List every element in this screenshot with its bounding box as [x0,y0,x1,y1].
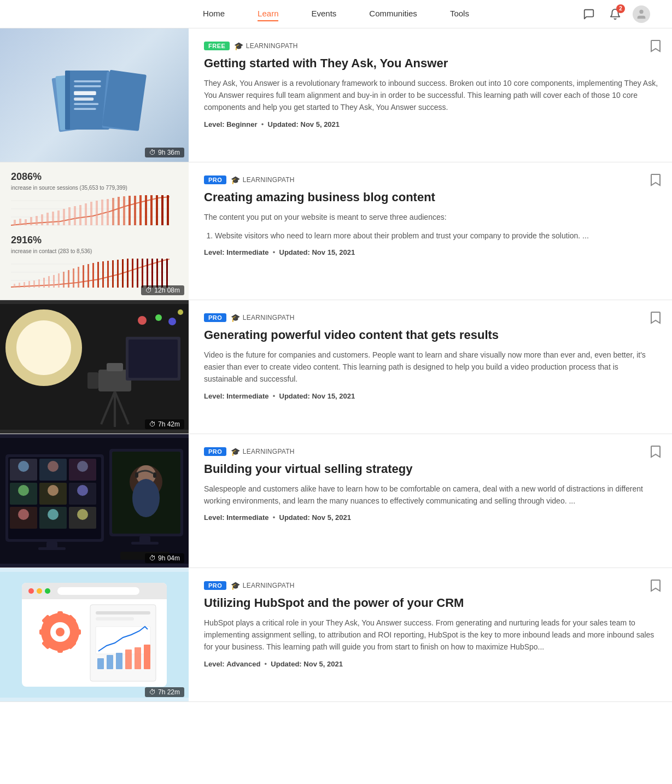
card-2-title[interactable]: Creating amazing business blog content [204,190,659,206]
svg-rect-21 [36,216,38,225]
svg-point-96 [178,309,183,315]
hubspot-svg [0,572,189,698]
card-5-level-value: Advanced [226,660,260,668]
card-5-level-label: Level: [204,660,225,668]
svg-rect-157 [135,647,141,669]
svg-point-110 [48,461,59,472]
card-4-bookmark[interactable] [650,445,661,461]
svg-rect-79 [161,259,163,288]
notification-icon-button[interactable]: 2 [606,5,624,23]
card-2-bullet-1: Website visitors who need to learn more … [215,230,659,242]
svg-rect-51 [24,282,25,288]
svg-rect-63 [83,265,84,288]
card-3-title[interactable]: Generating powerful video content that g… [204,327,659,343]
svg-rect-65 [92,263,94,288]
svg-point-136 [45,588,50,594]
svg-rect-43 [156,195,158,225]
card-2-description: The content you put on your website is m… [204,211,659,223]
card-2-level-label: Level: [204,248,225,256]
card-1-title[interactable]: Getting started with They Ask, You Answe… [204,56,659,72]
svg-rect-20 [30,217,32,225]
svg-point-134 [28,588,34,594]
svg-point-116 [48,509,59,520]
svg-rect-42 [150,195,153,225]
card-1-bookmark[interactable] [650,39,661,55]
svg-rect-58 [58,273,60,288]
card-2-duration: ⏱ 12h 08m [141,285,184,295]
svg-rect-9 [74,103,98,105]
card-5-bookmark[interactable] [650,579,661,595]
card-3-updated-label: Updated: [279,392,310,400]
card-3-badges: PRO 🎓 LEARNINGPATH [204,313,659,322]
card-4-updated-label: Updated: [279,513,310,522]
card-5-title[interactable]: Utilizing HubSpot and the power of your … [204,595,659,611]
card-4-title[interactable]: Building your virtual selling strategy [204,461,659,477]
card-1-level-value: Beginner [226,120,257,128]
svg-rect-27 [68,207,71,225]
svg-point-135 [37,588,42,594]
svg-rect-140 [57,644,63,653]
svg-rect-60 [68,270,69,288]
card-2-updated-value: Nov 15, 2021 [312,248,355,256]
card-5-updated-value: Nov 5, 2021 [303,660,343,668]
card-5-content: PRO 🎓 LEARNINGPATH Utilizing HubSpot and… [189,568,672,701]
svg-rect-36 [118,197,120,225]
svg-point-114 [77,485,88,496]
learningpath-badge-1: 🎓 LEARNINGPATH [234,42,297,50]
card-3-meta: Level: Intermediate • Updated: Nov 15, 2… [204,392,659,400]
svg-rect-6 [74,85,101,87]
pro-badge-2: PRO [204,175,226,184]
video-studio-svg [0,304,189,430]
nav-events[interactable]: Events [311,7,336,21]
svg-rect-156 [125,650,132,669]
chart-top-sub: increase in source sessions (35,653 to 7… [11,185,178,191]
card-1-duration: ⏱ 9h 36m [145,148,184,157]
chart-bot-svg [11,259,170,289]
nav-links: Home Learn Events Communities Tools [203,7,469,21]
nav-communities[interactable]: Communities [369,7,417,21]
nav-learn[interactable]: Learn [258,7,278,21]
svg-rect-33 [101,200,103,225]
learningpath-icon-2: 🎓 [231,175,240,184]
card-1-image: ⏱ 9h 36m [0,28,189,162]
nav-tools[interactable]: Tools [450,7,469,21]
card-5-meta: Level: Advanced • Updated: Nov 5, 2021 [204,660,659,668]
svg-rect-5 [74,80,101,83]
chart-bot-section: 2916% increase in contact (283 to 8,536) [11,235,178,291]
svg-rect-22 [41,214,43,225]
svg-rect-38 [128,196,131,225]
avatar-icon-button[interactable] [633,5,650,23]
learningpath-badge-3: 🎓 LEARNINGPATH [231,313,294,322]
chat-icon-button[interactable] [580,5,598,23]
svg-rect-141 [39,629,48,635]
svg-rect-17 [14,220,16,225]
svg-point-117 [77,509,88,520]
svg-rect-26 [63,209,65,225]
card-2-bookmark[interactable] [650,173,661,189]
card-3-image: ⏱ 7h 42m [0,300,189,434]
card-2-image: 2086% increase in source sessions (35,65… [0,162,189,300]
svg-rect-154 [107,655,113,669]
svg-rect-74 [137,259,138,288]
svg-rect-39 [134,196,136,225]
svg-rect-45 [167,195,169,225]
card-3-bookmark[interactable] [650,311,661,327]
card-getting-started: ⏱ 9h 36m FREE 🎓 LEARNINGPATH Getting sta… [0,28,672,162]
svg-rect-73 [132,259,133,288]
card-4-description: Salespeople and customers alike have to … [204,483,659,507]
card-1-badges: FREE 🎓 LEARNINGPATH [204,42,659,50]
svg-rect-150 [96,611,150,615]
notification-badge: 2 [616,4,625,13]
card-2-meta: Level: Intermediate • Updated: Nov 15, 2… [204,248,659,256]
svg-rect-69 [112,260,114,288]
nav-home[interactable]: Home [203,7,225,21]
svg-rect-92 [128,340,178,378]
card-1-description: They Ask, You Answer is a revolutionary … [204,77,659,114]
learningpath-icon-1: 🎓 [234,42,243,50]
svg-rect-137 [57,587,139,595]
svg-rect-61 [73,268,74,288]
svg-rect-4 [65,71,70,130]
svg-rect-24 [52,212,54,225]
svg-rect-142 [72,629,81,635]
svg-point-0 [639,9,643,13]
